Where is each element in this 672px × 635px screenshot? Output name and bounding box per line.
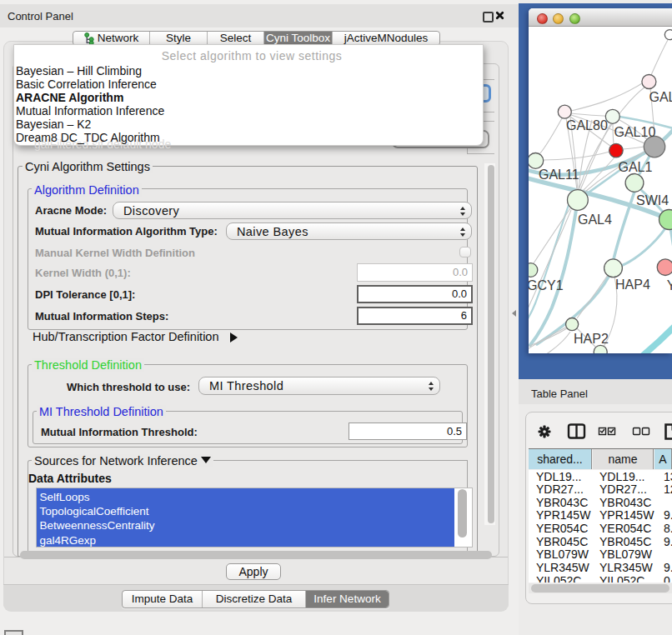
- svg-text:Y: Y: [667, 278, 672, 292]
- svg-text:GAL4: GAL4: [578, 212, 612, 227]
- svg-text:HAP4: HAP4: [615, 278, 650, 292]
- svg-text:GAL: GAL: [649, 90, 672, 104]
- svg-text:GAL80: GAL80: [566, 118, 608, 132]
- svg-text:HAP2: HAP2: [574, 332, 609, 346]
- svg-text:GCY1: GCY1: [529, 278, 564, 292]
- svg-text:GAL11: GAL11: [539, 168, 579, 182]
- svg-text:GAL1: GAL1: [619, 160, 653, 174]
- svg-text:SWI4: SWI4: [636, 193, 669, 208]
- svg-text:GAL10: GAL10: [614, 125, 656, 139]
